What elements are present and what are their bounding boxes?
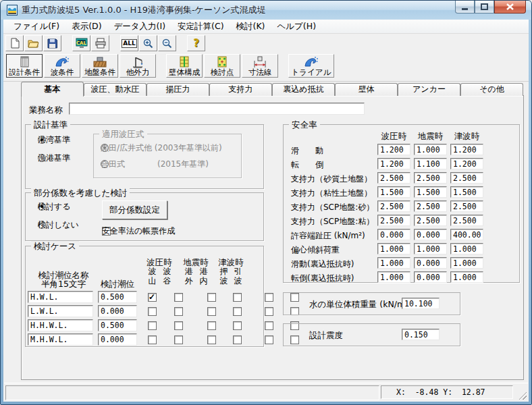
zoom-out-button[interactable] (158, 35, 176, 51)
check-push-wave[interactable] (265, 307, 273, 316)
close-button[interactable] (494, 1, 526, 14)
safety-value-input[interactable] (377, 144, 410, 155)
safety-value-input[interactable] (377, 158, 410, 169)
tab-uplift[interactable]: 揚圧力 (147, 83, 209, 96)
menu-stability-calc[interactable]: 安定計算(C) (171, 20, 230, 34)
safety-value-input[interactable] (414, 243, 447, 254)
safety-report-checkbox-row[interactable]: 安全率法の帳票作成 (102, 227, 111, 236)
safety-value-input[interactable] (377, 243, 410, 254)
tab-wall-body[interactable]: 壁体 (335, 83, 398, 96)
calculation-button[interactable]: CAL (72, 35, 90, 51)
safety-value-input[interactable] (414, 271, 447, 283)
check-harbor-in[interactable] (233, 321, 242, 330)
menu-view[interactable]: 表示(D) (65, 20, 107, 34)
check-harbor-in[interactable] (233, 293, 242, 302)
check-harbor-out[interactable] (207, 321, 216, 330)
project-name-input[interactable] (69, 103, 365, 115)
open-file-button[interactable] (24, 35, 43, 51)
wall-structure-button[interactable]: 壁体構成 (166, 54, 203, 78)
case-name-input[interactable] (28, 305, 93, 317)
check-harbor-out[interactable] (207, 293, 216, 302)
safety-value-input[interactable] (450, 243, 483, 254)
water-unit-weight-input[interactable] (402, 298, 440, 309)
check-wave-crest[interactable] (148, 307, 157, 316)
safety-value-input[interactable] (377, 229, 410, 240)
other-forces-button[interactable]: 他外力 (119, 54, 156, 78)
check-wave-crest[interactable] (148, 321, 157, 330)
radio-fishing-port-standard[interactable]: 漁港基準 (38, 154, 46, 162)
menu-examine[interactable]: 検討(K) (230, 20, 271, 34)
print-button[interactable] (91, 35, 109, 51)
safety-value-input[interactable] (414, 158, 447, 169)
menu-help[interactable]: ヘルプ(H) (271, 20, 322, 34)
safety-value-input[interactable] (377, 172, 410, 184)
tab-backfill-resistance[interactable]: 裏込め抵抗 (272, 83, 335, 96)
menu-data-input[interactable]: データ入力(I) (108, 20, 172, 34)
safety-value-input[interactable] (414, 229, 447, 240)
ground-conditions-button[interactable]: 地盤条件 (82, 54, 118, 78)
check-points-button[interactable]: 検討点 (204, 54, 240, 78)
case-tide-input[interactable] (98, 333, 137, 346)
case-tide-input[interactable] (98, 291, 137, 303)
radio-examine-no[interactable]: 検討しない (38, 221, 46, 229)
case-name-input[interactable] (28, 291, 93, 303)
save-button[interactable] (43, 35, 61, 51)
check-wave-crest[interactable] (148, 293, 157, 302)
case-tide-input[interactable] (98, 305, 137, 317)
safety-value-input[interactable] (450, 186, 483, 198)
tab-other[interactable]: その他 (460, 83, 523, 96)
check-wave-trough[interactable] (174, 293, 183, 302)
safety-value-input[interactable] (450, 215, 483, 226)
new-file-button[interactable] (5, 35, 24, 51)
safety-value-input[interactable] (450, 229, 483, 240)
safety-value-input[interactable] (414, 215, 447, 226)
safety-value-input[interactable] (414, 257, 447, 269)
case-name-input[interactable] (28, 319, 93, 331)
maximize-button[interactable] (475, 1, 494, 14)
safety-value-input[interactable] (450, 271, 483, 283)
tab-wave-pressure[interactable]: 波圧、動水圧 (84, 83, 147, 96)
case-name-input[interactable] (28, 333, 93, 346)
check-push-wave[interactable] (265, 335, 273, 344)
menu-file[interactable]: ファイル(F) (7, 20, 65, 34)
minimize-button[interactable] (455, 1, 475, 14)
help-button[interactable]: ? (187, 35, 205, 51)
zoom-in-button[interactable] (139, 35, 157, 51)
partial-factor-settings-button[interactable]: 部分係数設定 (102, 200, 167, 219)
case-tide-input[interactable] (98, 319, 137, 331)
radio-examine-yes[interactable]: 検討する (38, 202, 46, 211)
safety-value-input[interactable] (450, 200, 483, 212)
safety-value-input[interactable] (450, 158, 483, 169)
tab-bearing-capacity[interactable]: 支持力 (209, 83, 272, 96)
check-push-wave[interactable] (265, 293, 273, 302)
check-harbor-in[interactable] (233, 335, 242, 344)
safety-value-input[interactable] (450, 257, 483, 269)
check-wave-crest[interactable] (148, 335, 157, 344)
check-harbor-in[interactable] (233, 307, 242, 316)
check-push-wave[interactable] (265, 321, 273, 330)
safety-value-input[interactable] (377, 271, 410, 283)
check-harbor-out[interactable] (207, 307, 216, 316)
show-all-button[interactable]: ALL (120, 35, 138, 51)
safety-value-input[interactable] (414, 200, 447, 212)
dimension-lines-button[interactable]: 寸法線 (242, 54, 278, 78)
safety-value-input[interactable] (377, 200, 410, 212)
safety-value-input[interactable] (450, 172, 483, 184)
safety-value-input[interactable] (414, 186, 447, 198)
resize-grip[interactable] (518, 391, 527, 400)
check-harbor-out[interactable] (207, 335, 216, 344)
tab-basic[interactable]: 基本 (21, 82, 84, 97)
tab-anchor[interactable]: アンカー (398, 83, 460, 96)
safety-value-input[interactable] (414, 172, 447, 184)
check-wave-trough[interactable] (174, 321, 183, 330)
safety-value-input[interactable] (377, 257, 410, 269)
wave-conditions-button[interactable]: 波条件 (44, 54, 80, 78)
safety-value-input[interactable] (414, 144, 447, 155)
seismic-coefficient-input[interactable] (402, 329, 440, 340)
safety-value-input[interactable] (377, 215, 410, 226)
check-wave-trough[interactable] (174, 307, 183, 316)
design-conditions-button[interactable]: 設計条件 (6, 54, 43, 78)
radio-port-standard[interactable]: 港湾基準 (38, 136, 46, 144)
check-wave-trough[interactable] (174, 335, 183, 344)
safety-value-input[interactable] (450, 144, 483, 155)
